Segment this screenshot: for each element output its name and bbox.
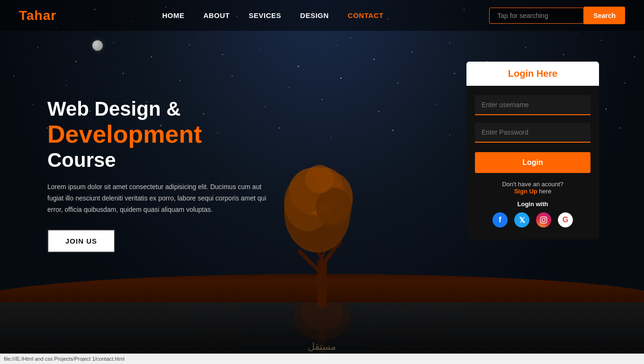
nav-link-design[interactable]: DESIGN [300, 11, 329, 19]
nav-item-design[interactable]: DESIGN [300, 11, 329, 20]
nav-links: HOME ABOUT SEVICES DESIGN CONTACT [162, 11, 384, 20]
nav-link-contact[interactable]: CONTACT [348, 11, 384, 19]
login-body: Login [466, 86, 599, 173]
username-input[interactable] [475, 95, 590, 115]
svg-rect-84 [540, 217, 546, 223]
status-bar: file:///E:/Html and css Projects/Project… [0, 354, 644, 364]
nav-item-about[interactable]: ABOUT [203, 11, 230, 20]
hero-description: Lorem ipsum dolor sit amet consectetur a… [47, 182, 279, 215]
login-signup-section: Don't have an acount? Sign Up here [466, 181, 599, 195]
login-with-label: Login with [466, 200, 599, 208]
nav-item-services[interactable]: SEVICES [249, 11, 281, 20]
status-path: file:///E:/Html and css Projects/Project… [4, 356, 125, 362]
search-bar: Search [489, 7, 625, 24]
twitter-icon[interactable]: 𝕏 [514, 212, 529, 228]
hero-title-line3: Course [47, 148, 279, 172]
nav-link-about[interactable]: ABOUT [203, 11, 230, 19]
hero-text-block: Web Design & Development Course Lorem ip… [47, 97, 279, 253]
password-input[interactable] [475, 123, 590, 143]
nav-item-home[interactable]: HOME [162, 11, 184, 20]
svg-point-85 [542, 218, 546, 222]
search-button[interactable]: Search [584, 7, 625, 24]
svg-point-86 [545, 218, 546, 218]
signup-text: Don't have an acount? [502, 181, 564, 188]
social-icons: f 𝕏 G [466, 212, 599, 228]
login-header: Login Here [466, 62, 599, 86]
nav-link-services[interactable]: SEVICES [249, 11, 281, 19]
logo[interactable]: Tahar [19, 8, 56, 23]
search-input[interactable] [489, 8, 584, 24]
hero-title-line2: Development [47, 121, 279, 148]
login-title: Login Here [508, 68, 557, 79]
nav-link-home[interactable]: HOME [162, 11, 184, 19]
signup-suffix: here [537, 188, 552, 195]
google-icon[interactable]: G [558, 212, 573, 228]
nav-item-contact[interactable]: CONTACT [348, 11, 384, 20]
hero-title-line1: Web Design & [47, 97, 279, 121]
navbar: Tahar HOME ABOUT SEVICES DESIGN CONTACT … [0, 0, 644, 31]
instagram-icon[interactable] [536, 212, 551, 228]
facebook-icon[interactable]: f [492, 212, 508, 228]
login-button[interactable]: Login [475, 152, 590, 173]
login-card: Login Here Login Don't have an acount? S… [466, 62, 599, 239]
signup-link[interactable]: Sign Up [514, 188, 537, 195]
join-button[interactable]: JOIN US [47, 229, 115, 253]
